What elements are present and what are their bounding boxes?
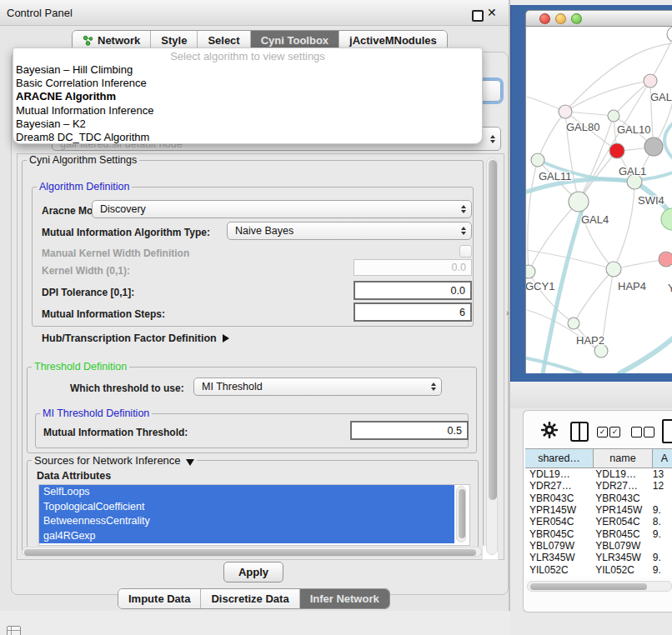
select-all-checkbox-icon[interactable]: ✓ [597, 427, 608, 438]
dropdown-item[interactable]: Dream8 DC_TDC Algorithm [13, 131, 482, 144]
table-cell: 12 [649, 480, 672, 492]
table-cell: YBR045C [591, 528, 649, 540]
select-all-checkbox-icon[interactable]: ✓ [609, 427, 620, 438]
network-node[interactable] [568, 318, 579, 329]
network-node[interactable] [659, 252, 672, 267]
kernel-width-field[interactable]: 0.0 [354, 259, 472, 276]
tab-label: jActiveMNodules [349, 34, 437, 47]
column-header[interactable]: name [594, 448, 653, 468]
network-node[interactable] [559, 105, 572, 118]
table-cell: 8. [649, 516, 672, 528]
table-row[interactable]: YBR043CYBR043C [525, 492, 672, 504]
tab-label: Infer Network [310, 592, 379, 605]
network-node[interactable] [667, 27, 672, 42]
network-node[interactable] [644, 138, 663, 156]
dropdown-item[interactable]: Basic Correlation Inference [13, 77, 482, 90]
split-view-icon[interactable] [570, 422, 589, 442]
close-icon[interactable]: ✕ [487, 6, 497, 19]
tab-impute-data[interactable]: Impute Data [118, 589, 201, 608]
network-node[interactable] [609, 143, 624, 158]
dpi-tolerance-label: DPI Tolerance [0,1]: [42, 287, 134, 298]
column-header[interactable]: shared… [525, 448, 594, 468]
tab-discretize-data[interactable]: Discretize Data [201, 589, 299, 608]
table-row[interactable]: YPR145WYPR145W9. [525, 504, 672, 516]
dpi-tolerance-field[interactable]: 0.0 [354, 281, 472, 300]
close-traffic-icon[interactable] [539, 13, 550, 24]
apply-button[interactable]: Apply [223, 562, 283, 582]
network-node[interactable] [569, 192, 589, 212]
table-hscrollbar[interactable] [527, 581, 672, 592]
manual-kernel-label: Manual Kernel Width Definition [42, 248, 189, 259]
table-row[interactable]: YDL19…YDL19…13 [525, 468, 672, 480]
network-node[interactable] [531, 153, 544, 167]
threshold-definition-title: Threshold Definition [32, 361, 129, 372]
table-row[interactable]: YBR045CYBR045C9. [525, 528, 672, 539]
table-cell: YBL079W [525, 540, 591, 552]
attribute-item[interactable]: SelfLoops [39, 485, 454, 500]
attribute-item[interactable]: TopologicalCoefficient [39, 500, 454, 515]
node-label: GAL1 [619, 165, 646, 178]
network-canvas[interactable]: GAL7GAL80GAL10GAL1GAL11SWI4GAL4GCY1HAP4Y… [525, 27, 672, 373]
which-threshold-value: MI Threshold [202, 381, 263, 392]
mi-threshold-field[interactable]: 0.5 [350, 421, 469, 440]
hub-definition-label: Hub/Transcription Factor Definition [42, 332, 217, 344]
tab-infer-network[interactable]: Infer Network [300, 589, 389, 608]
manual-kernel-checkbox[interactable] [459, 245, 472, 258]
dropdown-item[interactable]: Mutual Information Inference [13, 104, 482, 118]
chevron-right-icon [223, 334, 229, 342]
document-icon[interactable] [662, 419, 672, 443]
dropdown-item[interactable]: Bayesian – K2 [13, 118, 482, 131]
settings-hscrollbar[interactable] [22, 547, 482, 557]
float-icon[interactable] [472, 10, 484, 22]
attribute-item[interactable]: BetweennessCentrality [39, 514, 454, 529]
tab-label: Cyni Toolbox [261, 34, 328, 47]
stepper-icon [461, 205, 466, 213]
dropdown-item[interactable]: Bayesian – Hill Climbing [13, 63, 482, 77]
mi-type-combo[interactable]: Naive Bayes [227, 222, 472, 240]
table-row[interactable]: YBL079WYBL079W [525, 540, 672, 552]
network-graph: GAL7GAL80GAL10GAL1GAL11SWI4GAL4GCY1HAP4Y… [526, 27, 672, 373]
table-cell: YBR045C [525, 528, 591, 540]
gear-icon[interactable] [540, 421, 559, 442]
which-threshold-combo[interactable]: MI Threshold [193, 378, 442, 396]
network-node[interactable] [606, 262, 621, 277]
attribute-item[interactable]: gal4RGexp [39, 529, 454, 544]
group-title: Cyni Algorithm Settings [27, 154, 139, 166]
node-label: HAP4 [618, 280, 646, 292]
table-cell: YBL079W [591, 540, 649, 552]
node-label: GAL4 [581, 213, 609, 226]
data-attributes-list[interactable]: SelfLoopsTopologicalCoefficientBetweenne… [38, 484, 470, 546]
deselect-all-checkbox-icon[interactable] [631, 427, 642, 438]
dropdown-item[interactable]: ARACNE Algorithm [13, 90, 482, 103]
table-cell: YDL19… [591, 468, 649, 480]
table-row[interactable]: YLR345WYLR345W9. [525, 552, 672, 563]
data-attributes-label: Data Attributes [37, 470, 111, 482]
network-window-titlebar[interactable] [525, 10, 672, 27]
table-cell: 9. [649, 504, 672, 516]
table-cell: 9. [649, 552, 672, 563]
mi-steps-field[interactable]: 6 [354, 302, 472, 322]
sources-group-toggle[interactable]: Sources for Network Inference [32, 454, 197, 467]
table-row[interactable]: YDR27…YDR27…12 [525, 480, 672, 492]
network-node[interactable] [644, 74, 657, 88]
table-row[interactable]: YIL052CYIL052C9. [525, 563, 672, 575]
network-node[interactable] [661, 208, 672, 230]
column-header[interactable]: A [653, 448, 672, 468]
zoom-traffic-icon[interactable] [571, 13, 582, 24]
attributes-scrollbar[interactable] [456, 486, 466, 542]
hub-definition-toggle[interactable]: Hub/Transcription Factor Definition [42, 332, 229, 344]
deselect-all-checkbox-icon[interactable] [644, 427, 654, 438]
splitter-handle-icon[interactable]: › [506, 308, 509, 318]
settings-vscrollbar[interactable] [486, 158, 498, 555]
aracne-mode-combo[interactable]: Discovery [92, 200, 472, 218]
mi-threshold-group-title: MI Threshold Definition [40, 408, 152, 419]
tab-label: Select [208, 34, 239, 47]
minimize-traffic-icon[interactable] [555, 13, 566, 24]
table-body: YDL19…YDL19…13YDR27…YDR27…12YBR043CYBR04… [525, 468, 672, 577]
node-label: HAP2 [576, 334, 604, 347]
network-node[interactable] [526, 265, 535, 278]
table-cell: YIL052C [591, 564, 649, 576]
table-row[interactable]: YER054CYER054C8. [525, 516, 672, 528]
network-node[interactable] [608, 110, 619, 122]
panel-grid-icon[interactable] [7, 626, 21, 635]
